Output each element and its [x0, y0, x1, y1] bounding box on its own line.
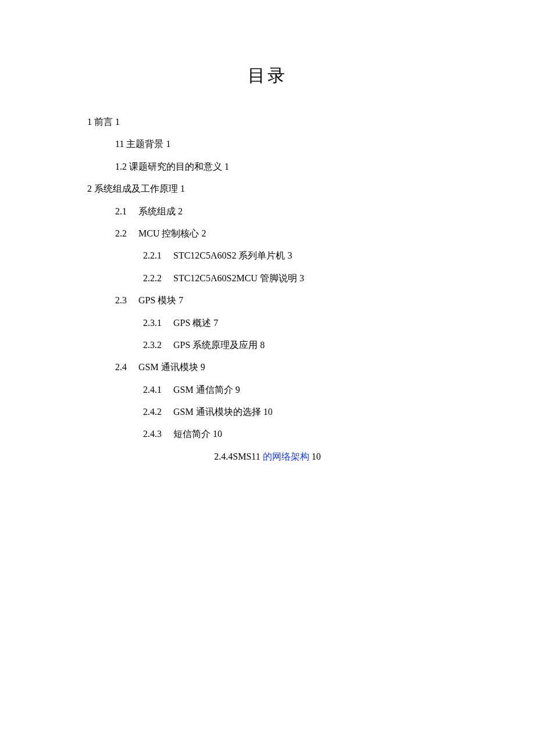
- toc-number: 1.2: [115, 162, 127, 171]
- toc-number: 2.2: [115, 228, 127, 238]
- toc-page: 7: [179, 295, 183, 305]
- toc-entry: 2.3.2 GPS 系统原理及应用 8: [143, 334, 448, 356]
- toc-label: 短信简介: [173, 429, 211, 439]
- toc-label: GSM 通讯模块的选择: [173, 407, 261, 417]
- toc-number: 2.4.2: [143, 407, 162, 417]
- toc-label: GPS 概述: [173, 318, 211, 328]
- toc-page: 8: [260, 340, 265, 350]
- toc-label: 系统组成及工作原理: [94, 184, 178, 194]
- document-page: 目录 1 前言 1 11 主题背景 1 1.2 课题研究的目的和意义 1 2: [0, 0, 535, 756]
- toc-number: 2.2.2: [143, 273, 162, 283]
- toc-page: 2: [201, 228, 206, 238]
- toc-entry: 2.3.1 GPS 概述 7: [143, 312, 448, 334]
- toc-entry: 1 前言 1: [87, 111, 448, 133]
- toc-entry: 2.2.1 STC12C5A60S2 系列单片机 3: [143, 245, 448, 267]
- page-title: 目录: [87, 64, 448, 88]
- toc-label: GPS 系统原理及应用: [173, 340, 258, 350]
- toc-page: 9: [201, 362, 205, 372]
- toc-number: 2.3.1: [143, 318, 162, 328]
- toc-entry: 2.3 GPS 模块 7: [115, 289, 448, 311]
- toc-label: 前言: [94, 117, 113, 127]
- toc-number: 2.4.1: [143, 385, 162, 395]
- toc-page: 7: [213, 318, 218, 328]
- toc-number: 2.4.4SMS11: [214, 452, 260, 461]
- toc-entry: 2.1 系统组成 2: [115, 200, 448, 223]
- toc-page: 10: [312, 452, 321, 461]
- toc-page: 1: [166, 139, 170, 149]
- toc-entry: 11 主题背景 1: [115, 133, 448, 155]
- toc-page: 1: [224, 162, 229, 171]
- toc-number: 2.4.3: [143, 429, 162, 439]
- table-of-contents: 1 前言 1 11 主题背景 1 1.2 课题研究的目的和意义 1 2 系统组成…: [87, 111, 448, 468]
- toc-number: 2.4: [115, 362, 127, 372]
- toc-entry: 2.2.2 STC12C5A60S2MCU 管脚说明 3: [143, 267, 448, 289]
- toc-page: 9: [236, 385, 240, 395]
- toc-entry: 2.2 MCU 控制核心 2: [115, 223, 448, 245]
- toc-page: 1: [115, 117, 120, 127]
- toc-entry: 2.4 GSM 通讯模块 9: [115, 356, 448, 378]
- toc-number: 11: [115, 139, 124, 149]
- toc-label: GSM 通讯模块: [138, 362, 198, 372]
- toc-number: 2.3: [115, 295, 127, 305]
- toc-number: 2.1: [115, 206, 127, 216]
- toc-label: 课题研究的目的和意义: [129, 162, 222, 171]
- toc-entry: 2.4.3 短信简介 10: [143, 423, 448, 445]
- toc-page: 2: [178, 206, 183, 216]
- toc-number: 2.2.1: [143, 250, 162, 260]
- toc-number: 2.3.2: [143, 340, 162, 350]
- toc-entry: 2.4.2 GSM 通讯模块的选择 10: [143, 401, 448, 423]
- toc-number: 1: [87, 117, 92, 127]
- toc-page: 1: [180, 184, 185, 194]
- toc-label: 主题背景: [126, 139, 163, 149]
- toc-number: 2: [87, 184, 92, 194]
- toc-label: 系统组成: [138, 206, 176, 216]
- toc-entry: 2.4.1 GSM 通信简介 9: [143, 379, 448, 401]
- toc-entry: 2 系统组成及工作原理 1: [87, 178, 448, 200]
- toc-entry: 2.4.4SMS11 的网络架构 10: [87, 446, 448, 468]
- toc-page: 3: [287, 250, 292, 260]
- toc-label: STC12C5A60S2MCU 管脚说明: [173, 273, 297, 283]
- toc-page: 3: [299, 273, 304, 283]
- toc-label: MCU 控制核心: [138, 228, 199, 238]
- toc-page: 10: [213, 429, 222, 439]
- toc-label: STC12C5A60S2 系列单片机: [173, 250, 285, 260]
- toc-entry: 1.2 课题研究的目的和意义 1: [115, 156, 448, 178]
- toc-label-link[interactable]: 的网络架构: [263, 452, 309, 461]
- toc-page: 10: [263, 407, 273, 417]
- toc-label: GSM 通信简介: [173, 385, 233, 395]
- toc-label: GPS 模块: [138, 295, 176, 305]
